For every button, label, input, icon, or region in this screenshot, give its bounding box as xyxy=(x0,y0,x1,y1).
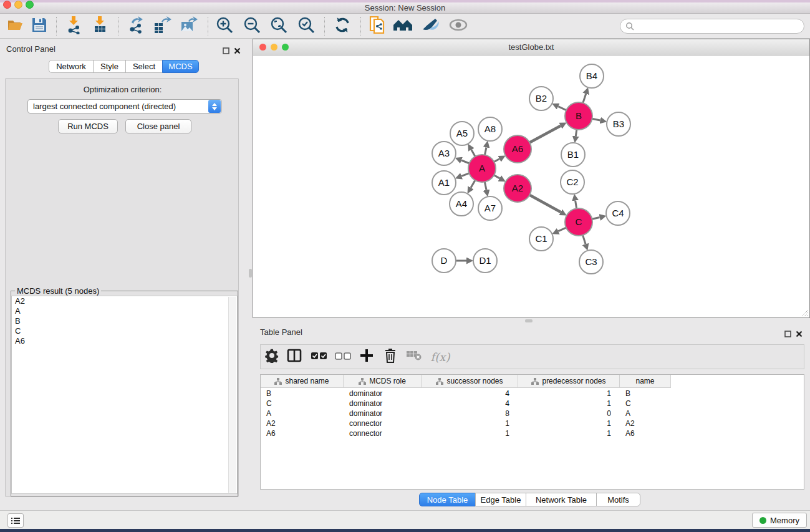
graph-node-A5[interactable]: A5 xyxy=(450,122,474,145)
graph-node-A8[interactable]: A8 xyxy=(478,117,502,141)
svg-text:A2: A2 xyxy=(512,183,523,193)
graph-node-B[interactable]: B xyxy=(565,102,592,130)
zoom-out-icon[interactable] xyxy=(243,16,261,36)
column-header-predecessor-nodes[interactable]: predecessor nodes xyxy=(518,375,620,388)
table-toolbar: f(x) xyxy=(260,344,804,369)
deselect-all-checkboxes-icon[interactable] xyxy=(335,351,351,362)
graph-node-D[interactable]: D xyxy=(432,249,456,273)
float-panel-icon[interactable] xyxy=(223,46,229,57)
export-image-icon[interactable] xyxy=(180,16,198,37)
graph-node-D1[interactable]: D1 xyxy=(473,249,497,273)
table-close-panel-icon[interactable] xyxy=(796,329,803,340)
svg-text:B3: B3 xyxy=(613,118,624,129)
toolbar-divider xyxy=(324,17,325,36)
show-hide-icon[interactable] xyxy=(448,18,468,34)
table-row-C[interactable]: Cdominator41C xyxy=(261,399,671,409)
graph-node-C2[interactable]: C2 xyxy=(561,170,584,194)
graph-node-A6[interactable]: A6 xyxy=(504,135,531,163)
window-resize-grip[interactable] xyxy=(800,308,809,317)
clone-network-icon[interactable] xyxy=(368,15,387,37)
table-row-B[interactable]: Bdominator41B xyxy=(261,389,671,399)
graph-node-A2[interactable]: A2 xyxy=(504,175,531,202)
result-scrollbar[interactable] xyxy=(228,297,236,493)
table-cell: 1 xyxy=(518,399,620,409)
add-column-icon[interactable] xyxy=(360,349,373,364)
tab-style[interactable]: Style xyxy=(93,60,126,73)
task-history-button[interactable] xyxy=(7,513,24,528)
table-cell: 4 xyxy=(422,399,518,409)
function-builder-icon[interactable]: f(x) xyxy=(431,351,450,364)
delete-column-icon[interactable] xyxy=(384,348,397,365)
column-header-successor-nodes[interactable]: successor nodes xyxy=(422,375,518,388)
tab-network[interactable]: Network xyxy=(49,60,94,73)
settings-gear-icon[interactable] xyxy=(264,348,279,365)
network-window-titlebar[interactable]: testGlobe.txt xyxy=(253,39,809,56)
table-row-A2[interactable]: A2connector11A2 xyxy=(261,418,671,428)
graph-node-A3[interactable]: A3 xyxy=(432,142,456,165)
graph-node-A[interactable]: A xyxy=(468,155,496,182)
tab-motifs[interactable]: Motifs xyxy=(596,493,640,506)
graph-node-A4[interactable]: A4 xyxy=(450,192,473,216)
table-row-A6[interactable]: A6connector11A6 xyxy=(261,428,671,438)
graph-node-B4[interactable]: B4 xyxy=(580,64,604,88)
select-all-checkboxes-icon[interactable] xyxy=(311,351,327,362)
memory-button[interactable]: Memory xyxy=(752,513,807,528)
save-session-icon[interactable] xyxy=(31,17,47,36)
open-session-icon[interactable] xyxy=(7,17,24,35)
table-row-A[interactable]: Adominator80A xyxy=(261,409,671,418)
column-header-label: MCDS role xyxy=(369,377,406,385)
mcds-result-list[interactable]: A2ABCA6 xyxy=(11,296,238,494)
import-network-icon[interactable] xyxy=(65,16,83,37)
graph-node-C[interactable]: C xyxy=(565,208,592,236)
horizontal-splitter-handle[interactable] xyxy=(525,319,533,322)
import-table-icon[interactable] xyxy=(92,16,109,37)
close-panel-icon[interactable] xyxy=(234,46,241,57)
table-cell: A6 xyxy=(620,428,671,438)
split-view-icon[interactable] xyxy=(287,349,302,365)
mcds-result-item[interactable]: A6 xyxy=(12,336,237,346)
network-graph-canvas[interactable]: AA1A2A3A4A5A6A7A8BB1B2B3B4CC1C2C3C4DD1 xyxy=(254,56,810,318)
table-cell: 1 xyxy=(422,418,518,428)
vertical-splitter-handle[interactable] xyxy=(249,269,252,278)
mcds-result-item[interactable]: A xyxy=(12,306,237,316)
first-neighbors-icon[interactable] xyxy=(392,17,413,35)
tab-edge-table[interactable]: Edge Table xyxy=(475,493,526,506)
tab-mcds[interactable]: MCDS xyxy=(162,60,199,73)
graph-node-B1[interactable]: B1 xyxy=(561,143,585,167)
mcds-result-item[interactable]: B xyxy=(12,316,237,326)
close-panel-button[interactable]: Close panel xyxy=(125,119,191,133)
node-table[interactable]: shared nameMCDS rolesuccessor nodesprede… xyxy=(260,374,804,490)
mcds-result-item[interactable]: C xyxy=(12,326,237,336)
delete-table-icon[interactable] xyxy=(407,351,422,363)
graph-node-C4[interactable]: C4 xyxy=(606,201,630,225)
tab-select[interactable]: Select xyxy=(125,60,163,73)
criterion-dropdown[interactable]: largest connected component (directed) xyxy=(27,99,222,114)
table-cell: A xyxy=(261,409,344,418)
tab-network-table[interactable]: Network Table xyxy=(526,493,597,506)
apply-layout-icon[interactable] xyxy=(334,16,351,36)
graph-node-A7[interactable]: A7 xyxy=(478,196,502,220)
table-float-panel-icon[interactable] xyxy=(784,329,791,340)
graph-node-A1[interactable]: A1 xyxy=(432,171,456,195)
column-group-icon xyxy=(274,378,282,385)
zoom-selected-icon[interactable] xyxy=(297,16,315,36)
graph-node-B3[interactable]: B3 xyxy=(607,112,630,136)
apply-style-icon[interactable] xyxy=(421,17,440,36)
search-box[interactable] xyxy=(620,19,804,34)
search-input[interactable] xyxy=(634,22,804,31)
table-cell: dominator xyxy=(344,389,422,399)
tab-node-table[interactable]: Node Table xyxy=(419,493,476,506)
run-mcds-button[interactable]: Run MCDS xyxy=(58,119,118,133)
column-header-name[interactable]: name xyxy=(620,375,671,388)
graph-node-C3[interactable]: C3 xyxy=(579,250,603,274)
export-table-icon[interactable] xyxy=(153,16,171,37)
zoom-fit-icon[interactable] xyxy=(270,16,287,36)
mcds-result-item[interactable]: A2 xyxy=(12,296,237,306)
graph-node-B2[interactable]: B2 xyxy=(529,87,553,110)
column-header-shared-name[interactable]: shared name xyxy=(261,375,344,388)
svg-text:A7: A7 xyxy=(485,203,496,213)
column-header-MCDS-role[interactable]: MCDS role xyxy=(344,375,422,388)
export-network-icon[interactable] xyxy=(127,16,145,37)
graph-node-C1[interactable]: C1 xyxy=(529,227,553,251)
zoom-in-icon[interactable] xyxy=(216,16,233,36)
